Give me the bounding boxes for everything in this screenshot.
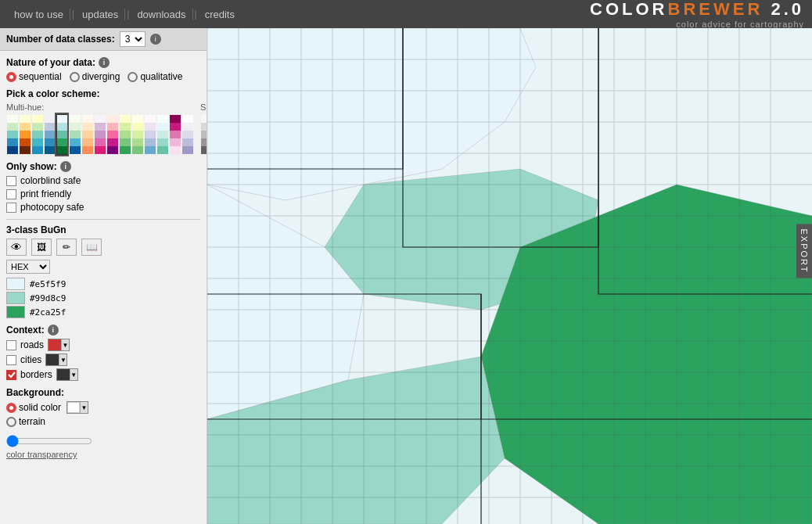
multi-hue-strip-8[interactable] [106, 114, 117, 155]
multi-hue-strip-12[interactable] [156, 114, 167, 155]
num-classes-row: Number of data classes: 3456789 i [0, 28, 207, 51]
swatch-hex-1: #99d8c9 [30, 293, 66, 303]
color-swatch-list: #e5f5f9#99d8c9#2ca25f [6, 278, 200, 318]
only-show-label: Only show: [6, 161, 57, 172]
context-borders[interactable]: borders ▼ [6, 368, 200, 381]
scheme-area: Multi-hue: Single hue: [6, 102, 200, 155]
nature-section: Nature of your data: i sequential diverg… [6, 57, 200, 82]
bg-solid[interactable]: solid color ▼ [6, 401, 200, 414]
multi-hue-strip-6[interactable] [81, 114, 92, 155]
export-scheme-name: 3-class BuGn [6, 224, 200, 235]
context-borders-box [6, 370, 16, 380]
multi-hue-strip-11[interactable] [144, 114, 155, 155]
brand-title: COLORBREWER 2.0 [590, 0, 804, 20]
context-cities-label: cities [20, 354, 41, 365]
radio-sequential-label: sequential [19, 71, 62, 82]
cb-colorblind-label: colorblind safe [20, 175, 81, 186]
brand: COLORBREWER 2.0 color advice for cartogr… [590, 0, 804, 29]
main-area: Number of data classes: 3456789 i Nature… [0, 28, 812, 524]
map-area: EXPORT [207, 28, 812, 524]
context-borders-label: borders [20, 369, 52, 380]
radio-diverging-circle [70, 72, 80, 82]
num-classes-select[interactable]: 3456789 [120, 31, 146, 47]
cb-print[interactable]: print friendly [6, 188, 200, 199]
single-hue-col: Single hue: [200, 102, 207, 155]
background-label: Background: [6, 387, 64, 398]
multi-hue-strip-14[interactable] [181, 114, 192, 155]
context-section: Context: i roads ▼ cities ▼ [6, 325, 200, 381]
roads-color-swatch[interactable]: ▼ [48, 339, 70, 351]
nav-updates[interactable]: updates [76, 9, 125, 20]
only-show-info[interactable]: i [60, 161, 71, 172]
radio-qualitative-label: qualitative [140, 71, 182, 82]
num-classes-info[interactable]: i [150, 34, 161, 45]
multi-hue-col: Multi-hue: [6, 102, 192, 155]
context-roads-label: roads [20, 339, 44, 350]
color-scheme-label: Pick a color scheme: [6, 88, 99, 99]
cb-colorblind-box [6, 176, 16, 186]
swatch-hex-2: #2ca25f [30, 307, 66, 318]
swatch-item-0: #e5f5f9 [6, 278, 200, 290]
context-roads[interactable]: roads ▼ [6, 339, 200, 351]
bg-terrain-circle [6, 417, 16, 427]
nav-credits[interactable]: credits [199, 9, 241, 20]
cb-photocopy-box [6, 203, 16, 213]
single-hue-label: Single hue: [200, 102, 207, 112]
bg-terrain[interactable]: terrain [6, 416, 200, 427]
cb-colorblind[interactable]: colorblind safe [6, 175, 200, 186]
radio-sequential[interactable]: sequential [6, 71, 62, 82]
nav-how-to-use[interactable]: how to use [8, 9, 70, 20]
multi-hue-strip-1[interactable] [19, 114, 30, 155]
nature-label: Nature of your data: [6, 57, 95, 68]
multi-hue-strip-13[interactable] [169, 114, 180, 155]
background-section: Background: solid color ▼ terrain [6, 387, 200, 427]
multi-hue-strip-7[interactable] [94, 114, 105, 155]
nav-downloads[interactable]: downloads [131, 9, 192, 20]
transparency-slider[interactable] [6, 435, 92, 447]
transparency-section: color transparency [6, 433, 200, 459]
swatch-item-1: #99d8c9 [6, 292, 200, 304]
export-section: 3-class BuGn 👁 🖼 ✏ 📖 HEXRGBCMYK #e5f5f9#… [6, 219, 200, 318]
context-cities[interactable]: cities ▼ [6, 354, 200, 366]
radio-qualitative[interactable]: qualitative [128, 71, 182, 82]
multi-hue-strip-3[interactable] [44, 114, 55, 155]
bg-solid-swatch[interactable]: ▼ [66, 401, 88, 414]
radio-qualitative-circle [128, 72, 138, 82]
nature-info[interactable]: i [99, 57, 110, 68]
multi-hue-strip-4[interactable] [56, 114, 67, 155]
single-hue-strip-0[interactable] [200, 114, 207, 155]
radio-diverging[interactable]: diverging [70, 71, 120, 82]
multi-hue-strip-9[interactable] [119, 114, 130, 155]
borders-color-swatch[interactable]: ▼ [56, 368, 78, 381]
only-show-section: Only show: i colorblind safe print frien… [6, 161, 200, 213]
pen-icon[interactable]: ✏ [56, 239, 77, 256]
cb-photocopy[interactable]: photocopy safe [6, 202, 200, 213]
swatch-item-2: #2ca25f [6, 306, 200, 318]
context-label: Context: [6, 325, 45, 336]
cities-color-swatch[interactable]: ▼ [45, 354, 67, 366]
cb-photocopy-label: photocopy safe [20, 202, 84, 213]
multi-hue-strip-2[interactable] [31, 114, 42, 155]
export-vertical-button[interactable]: EXPORT [796, 224, 812, 278]
export-format-select[interactable]: HEXRGBCMYK [6, 260, 50, 274]
swatch-hex-0: #e5f5f9 [30, 279, 66, 289]
export-icons-row: 👁 🖼 ✏ 📖 [6, 239, 200, 256]
single-hue-grid [200, 114, 207, 155]
book-icon[interactable]: 📖 [81, 239, 102, 256]
bg-solid-circle [6, 403, 16, 413]
image-icon[interactable]: 🖼 [31, 239, 52, 256]
context-info[interactable]: i [48, 325, 59, 336]
bg-terrain-label: terrain [19, 416, 45, 427]
radio-sequential-circle [6, 72, 16, 82]
multi-hue-grid [6, 114, 192, 155]
brand-color-text: COLOR [590, 0, 667, 19]
multi-hue-strip-0[interactable] [6, 114, 17, 155]
transparency-label[interactable]: color transparency [6, 450, 200, 459]
nature-radio-group: sequential diverging qualitative [6, 71, 200, 82]
map-canvas [207, 28, 812, 524]
export-format-row: HEXRGBCMYK [6, 260, 200, 274]
eye-icon[interactable]: 👁 [6, 239, 27, 256]
multi-hue-strip-10[interactable] [131, 114, 142, 155]
cb-print-label: print friendly [20, 188, 71, 199]
multi-hue-strip-5[interactable] [69, 114, 80, 155]
